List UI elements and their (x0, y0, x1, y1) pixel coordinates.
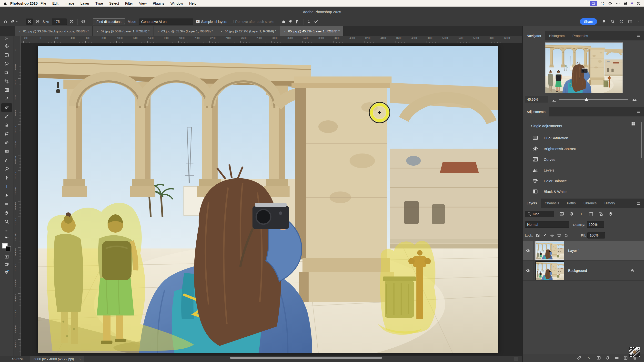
lock-paint-icon[interactable] (543, 233, 547, 237)
crop-tool[interactable] (1, 77, 12, 85)
reset-icon[interactable] (307, 19, 311, 24)
help-icon[interactable]: ? (619, 19, 624, 24)
horizontal-ruler[interactable]: 2000200400600800100012001400160018002000… (21, 36, 522, 43)
pasteboard[interactable] (21, 43, 522, 356)
document-info[interactable]: 6000 px x 4000 px (72 ppi) › (30, 356, 84, 362)
remove-after-each-stroke-checkbox[interactable]: Remove after each stroke (230, 20, 274, 24)
tab-navigator[interactable]: Navigator (523, 31, 545, 40)
type-tool[interactable]: T (1, 182, 12, 191)
menu-file[interactable]: File (40, 1, 46, 5)
brush-size-value[interactable]: 175 (52, 20, 62, 24)
menu-view[interactable]: View (139, 1, 146, 5)
menu-edit[interactable]: Edit (52, 1, 58, 5)
layer-thumbnail[interactable] (536, 241, 564, 260)
tool-preset-button[interactable] (10, 19, 18, 24)
rectangle-tool[interactable] (1, 200, 12, 208)
adjustment-icon[interactable] (606, 356, 610, 360)
fill-field[interactable]: 100% (588, 232, 605, 238)
control-center-icon[interactable] (624, 1, 628, 5)
document-tab-4[interactable]: × 04.jpg @ 27.2% (Layer 1, RGB/8) * (217, 26, 280, 36)
lasso-tool[interactable] (1, 59, 12, 68)
adjustments-scrollbar[interactable] (641, 122, 642, 158)
filter-toggle-icon[interactable] (608, 212, 613, 216)
move-tool[interactable] (1, 42, 12, 50)
close-icon[interactable]: × (157, 29, 159, 33)
mode-select[interactable]: Generative AI on (139, 18, 193, 25)
adjustment-black-white[interactable]: Black & White (523, 186, 640, 197)
zoom-out-mountain-icon[interactable] (552, 98, 557, 103)
menu-layer[interactable]: Layer (80, 1, 89, 5)
foreground-background-colors[interactable] (2, 243, 11, 251)
discover-icon[interactable] (4, 270, 9, 274)
menu-window[interactable]: Window (170, 1, 183, 5)
clone-stamp-tool[interactable] (1, 121, 12, 129)
image-filter-icon[interactable] (560, 212, 564, 216)
menu-help[interactable]: Help (189, 1, 196, 5)
camera-icon[interactable] (608, 1, 612, 5)
menu-image[interactable]: Image (64, 1, 74, 5)
layer-row-background[interactable]: Background (523, 261, 644, 281)
adjustment-brightness-contrast[interactable]: Brightness/Contrast (523, 143, 640, 154)
layer-thumbnail[interactable] (536, 261, 564, 280)
chevron-down-icon[interactable] (637, 20, 640, 23)
eyedropper-tool[interactable] (1, 95, 12, 103)
tab-libraries[interactable]: Libraries (580, 198, 600, 208)
adjustment-color-balance[interactable]: Color Balance (523, 176, 640, 186)
gear-icon[interactable] (81, 19, 86, 24)
menu-filter[interactable]: Filter (125, 1, 133, 5)
tab-layers[interactable]: Layers (523, 198, 541, 208)
status-expander-icon[interactable]: › (79, 357, 80, 361)
navigator-zoom-value[interactable]: 45.65% (525, 96, 548, 103)
screen-share-icon[interactable] (590, 1, 597, 6)
find-distractions-button[interactable]: Find distractions (93, 18, 125, 25)
brush-tool[interactable] (1, 112, 12, 121)
zoom-in-mountain-icon[interactable] (632, 97, 637, 102)
zoom-tool[interactable] (1, 217, 12, 226)
close-icon[interactable]: × (96, 29, 98, 33)
chevron-down-icon[interactable] (62, 19, 66, 25)
vertical-ruler[interactable]: 0200400600800100012001400160018002000220… (14, 43, 21, 356)
apple-icon[interactable] (4, 1, 7, 5)
add-to-selection-button[interactable] (26, 18, 33, 25)
smart-object-filter-icon[interactable] (599, 212, 603, 216)
zoom-level[interactable]: 45.65% (12, 357, 23, 361)
creative-cloud-icon[interactable] (601, 1, 605, 5)
tab-histogram[interactable]: Histogram (545, 31, 568, 40)
group-icon[interactable] (614, 356, 619, 360)
spot-healing-brush-tool[interactable] (1, 103, 12, 112)
navigator-zoom-slider[interactable] (559, 99, 628, 100)
document-tab-3[interactable]: × 03.jpg @ 55.3% (Layer 1, RGB/8) * (154, 26, 217, 36)
ellipsis-icon[interactable] (616, 1, 620, 5)
canvas-grabber-icon[interactable] (514, 357, 518, 361)
fx-icon[interactable]: fx (587, 356, 591, 360)
search-icon[interactable] (610, 19, 615, 24)
double-chevron-icon[interactable] (5, 36, 9, 40)
adjustment-curves[interactable]: Curves (523, 154, 640, 165)
sample-all-layers-checkbox[interactable]: ✓ Sample all layers (196, 20, 227, 24)
lock-position-icon[interactable] (550, 233, 554, 237)
diffusion-icon[interactable] (70, 19, 74, 24)
close-icon[interactable]: × (220, 29, 223, 33)
document-tab-1[interactable]: × 01.jpg @ 33.3% (Background copy, RGB/8… (15, 26, 93, 36)
adjustment-filter-icon[interactable] (569, 212, 574, 216)
layer-filter-select[interactable]: Kind (525, 211, 554, 217)
blend-mode-select[interactable]: Normal (525, 221, 569, 228)
tab-adjustments[interactable]: Adjustments (523, 107, 549, 116)
tab-history[interactable]: History (600, 198, 619, 208)
opacity-field[interactable]: 100% (587, 221, 604, 228)
menu-type[interactable]: Type (96, 1, 103, 5)
object-selection-tool[interactable] (1, 68, 12, 77)
adjustments-group-label[interactable]: Single adjustments (531, 124, 562, 128)
subtract-from-selection-button[interactable] (36, 19, 40, 24)
close-icon[interactable]: × (19, 29, 21, 33)
panel-menu-icon[interactable] (637, 201, 641, 205)
tab-paths[interactable]: Paths (563, 198, 580, 208)
visibility-eye-icon[interactable] (523, 241, 534, 260)
workspace-icon[interactable] (628, 19, 632, 24)
document-tab-5[interactable]: × 05.jpg @ 45.7% (Layer 1, RGB/8) * (280, 26, 344, 36)
shape-filter-icon[interactable] (589, 212, 593, 216)
dodge-tool[interactable] (1, 165, 12, 173)
adjustment-hue-saturation[interactable]: Hue/Saturation (523, 133, 640, 143)
tab-channels[interactable]: Channels (541, 198, 563, 208)
commit-icon[interactable] (314, 19, 318, 24)
